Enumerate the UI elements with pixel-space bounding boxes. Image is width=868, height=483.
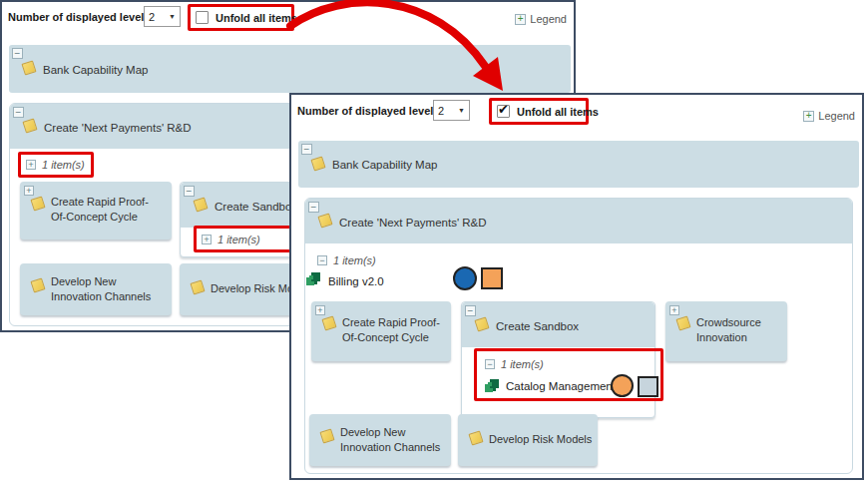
card-develop-risk-models[interactable]: Develop Risk Models — [458, 414, 598, 466]
expand-icon[interactable]: + — [26, 160, 36, 170]
card-label-line1: Develop New — [51, 274, 151, 289]
legend-label: Legend — [530, 13, 567, 25]
item-label-catalog-management[interactable]: Catalog Management — [506, 380, 616, 392]
root-node-title: Bank Capability Map — [332, 159, 437, 171]
items-link-label[interactable]: 1 item(s) — [42, 159, 85, 171]
items-link-label: 1 item(s) — [333, 254, 376, 266]
legend-expand-icon: + — [515, 14, 526, 25]
unfold-label: Unfold all items — [216, 12, 297, 24]
capability-icon — [30, 277, 45, 292]
card-label-line2: Innovation Channels — [51, 289, 151, 304]
card-label-line1: Develop Risk Models — [489, 432, 592, 447]
card-label-line1: Develop New — [340, 425, 440, 440]
levels-select[interactable]: 2 ▼ — [144, 6, 181, 27]
capability-icon — [675, 315, 690, 330]
root-node-title: Bank Capability Map — [43, 64, 148, 76]
unfold-checkbox[interactable]: ✔ — [497, 105, 510, 118]
capability-icon — [319, 428, 334, 443]
marker-blue-circle — [453, 266, 477, 290]
group-title: Create 'Next Payments' R&D — [339, 217, 487, 229]
capability-icon — [317, 213, 332, 228]
root-node-bank-capability-map[interactable]: − Bank Capability Map — [9, 45, 571, 93]
legend-toggle[interactable]: + Legend — [803, 110, 855, 122]
expand-icon[interactable]: + — [669, 305, 679, 315]
card-label-line2: Of-Concept Cycle — [342, 330, 440, 345]
annotation-items-link-before: + 1 item(s) — [18, 152, 94, 178]
capability-icon — [193, 197, 208, 212]
capability-icon — [321, 315, 336, 330]
application-icon — [484, 377, 501, 394]
unfold-checkbox[interactable]: ✔ — [196, 11, 209, 24]
item-label-billing[interactable]: Billing v2.0 — [328, 275, 384, 287]
collapse-icon[interactable]: − — [465, 305, 476, 316]
collapse-icon[interactable]: − — [301, 144, 312, 155]
levels-select-value: 2 — [149, 11, 155, 23]
collapse-icon[interactable]: − — [184, 186, 195, 197]
card-crowdsource-innovation[interactable]: + Crowdsource Innovation — [665, 301, 787, 361]
capability-icon — [30, 196, 45, 211]
legend-label: Legend — [818, 110, 855, 122]
card-create-rapid-proof[interactable]: + Create Rapid Proof- Of-Concept Cycle — [311, 301, 451, 361]
card-develop-new-channels[interactable]: Develop New Innovation Channels — [309, 414, 451, 466]
collapse-icon[interactable]: − — [12, 48, 23, 59]
capability-icon — [310, 156, 325, 171]
card-develop-new-channels[interactable]: Develop New Innovation Channels — [20, 263, 172, 315]
marker-orange-circle — [611, 374, 634, 397]
checkmark-icon: ✔ — [498, 102, 509, 117]
levels-select[interactable]: 2 ▼ — [433, 100, 470, 121]
card-create-rapid-proof[interactable]: + Create Rapid Proof- Of-Concept Cycle — [20, 182, 172, 240]
marker-gray-square — [638, 376, 658, 397]
card-title: Create Sandbox — [496, 320, 579, 332]
items-link-label: 1 item(s) — [501, 358, 544, 370]
card-label-line1: Crowdsource — [696, 315, 761, 330]
annotation-unfold-before: ✔ Unfold all items — [188, 4, 294, 31]
dropdown-caret-icon: ▼ — [169, 13, 176, 20]
card-label-line1: Create Rapid Proof- — [342, 315, 440, 330]
card-label-line1: Create Rapid Proof- — [51, 195, 149, 210]
group-title: Create 'Next Payments' R&D — [44, 122, 192, 134]
collapse-icon[interactable]: − — [485, 359, 495, 369]
group-header-create-next-payments[interactable]: − Create 'Next Payments' R&D — [305, 199, 852, 243]
application-icon — [305, 270, 322, 287]
items-link-label[interactable]: 1 item(s) — [217, 234, 260, 245]
items-link[interactable]: − 1 item(s) — [485, 358, 544, 370]
legend-toggle[interactable]: + Legend — [515, 13, 567, 25]
annotation-unfold-after: ✔ Unfold all items — [489, 98, 589, 125]
marker-orange-square — [481, 267, 503, 289]
annotation-sandbox-items-before: + 1 item(s) — [194, 226, 299, 252]
levels-select-value: 2 — [438, 105, 444, 117]
expand-icon[interactable]: + — [315, 305, 325, 315]
capability-icon — [21, 60, 36, 75]
capability-icon — [468, 430, 483, 445]
collapse-icon[interactable]: − — [308, 202, 319, 213]
collapse-icon[interactable]: − — [13, 107, 24, 118]
capability-icon — [474, 316, 489, 331]
card-label-line2: Innovation Channels — [340, 440, 440, 455]
root-node-bank-capability-map[interactable]: − Bank Capability Map — [298, 141, 859, 188]
capability-icon — [190, 279, 205, 294]
annotation-catalog-management: − 1 item(s) Catalog Management — [474, 348, 663, 401]
unfold-label: Unfold all items — [517, 106, 599, 118]
card-label-line2: Of-Concept Cycle — [51, 210, 149, 225]
card-title: Create Sandbox — [215, 201, 297, 213]
capability-icon — [22, 118, 37, 133]
expand-icon[interactable]: + — [202, 235, 212, 244]
collapse-icon[interactable]: − — [317, 255, 327, 265]
card-header-create-sandbox[interactable]: − Create Sandbox — [462, 302, 654, 347]
card-label-line2: Innovation — [696, 330, 761, 345]
levels-label: Number of displayed levels — [297, 105, 439, 117]
viewer-window-after: Number of displayed levels 2 ▼ ✔ Unfold … — [289, 93, 864, 480]
expand-icon[interactable]: + — [24, 186, 34, 196]
dropdown-caret-icon: ▼ — [458, 107, 465, 114]
screenshot-stage: Number of displayed levels 2 ▼ ✔ Unfold … — [0, 0, 868, 483]
items-link[interactable]: − 1 item(s) — [317, 254, 376, 266]
legend-expand-icon: + — [803, 111, 814, 122]
levels-label: Number of displayed levels — [8, 11, 150, 23]
